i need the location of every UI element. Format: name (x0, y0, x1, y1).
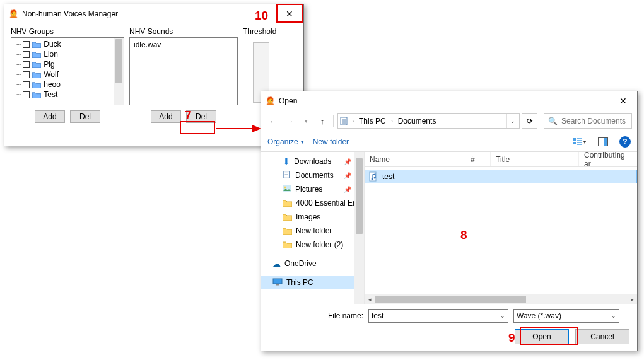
breadcrumb-documents[interactable]: Documents (395, 117, 439, 125)
col-num[interactable]: # (465, 152, 491, 166)
nhv-close-button[interactable]: ✕ (275, 4, 303, 23)
open-close-button[interactable]: ✕ (609, 91, 637, 110)
group-label: heoo (44, 80, 61, 89)
open-app-icon: 🧑‍🦰 (265, 96, 275, 106)
nhv-sound-item[interactable]: idle.wav (131, 39, 236, 50)
pin-icon: 📌 (344, 158, 351, 165)
nav-newfolder[interactable]: New folder (261, 224, 364, 238)
open-button[interactable]: Open (515, 329, 569, 344)
open-dialog-window: 🧑‍🦰 Open ✕ ← → ▾ ↑ › This PC › Documents… (261, 91, 638, 351)
thispc-icon (272, 278, 283, 287)
tree-branch-icon: ⋯ (16, 70, 20, 79)
search-input[interactable]: 🔍 Search Documents (544, 113, 632, 129)
nav-back-button[interactable]: ← (266, 114, 280, 128)
folder-icon (32, 81, 41, 88)
help-button[interactable]: ? (619, 136, 631, 148)
checkbox[interactable] (23, 41, 30, 48)
nhv-group-item[interactable]: ⋯Pig (13, 59, 114, 69)
view-mode-button[interactable]: ▾ (571, 135, 587, 149)
content-hscrollbar[interactable]: ◂ ▸ (365, 294, 637, 304)
group-label: Duck (44, 40, 61, 49)
close-icon: ✕ (286, 9, 293, 19)
documents-icon (339, 116, 349, 126)
nhv-groups-tree[interactable]: ⋯Duck⋯Lion⋯Pig⋯Wolf⋯heoo⋯Test (11, 37, 124, 105)
groups-scrollbar[interactable] (114, 38, 124, 105)
checkbox[interactable] (23, 61, 30, 68)
folder-icon (32, 91, 41, 98)
nav-onedrive[interactable]: ☁ OneDrive (261, 257, 364, 270)
groups-add-button[interactable]: Add (35, 110, 65, 123)
chevron-right-icon: › (351, 118, 355, 124)
filename-input[interactable]: test ⌄ (368, 309, 508, 323)
nhv-group-item[interactable]: ⋯Duck (13, 39, 114, 49)
chevron-down-icon: ⌄ (496, 313, 505, 319)
breadcrumb-thispc[interactable]: This PC (356, 117, 389, 125)
nav-images[interactable]: Images (261, 210, 364, 224)
nhv-group-item[interactable]: ⋯Test (13, 90, 114, 100)
breadcrumb-dropdown[interactable]: ⌄ (506, 114, 518, 128)
col-name[interactable]: Name (365, 152, 465, 166)
search-placeholder: Search Documents (561, 117, 626, 125)
col-contrib[interactable]: Contributing ar (579, 152, 637, 166)
file-filter-combo[interactable]: Wave (*.wav) ⌄ (513, 309, 619, 323)
nhv-group-item[interactable]: ⋯Lion (13, 49, 114, 59)
file-list[interactable]: test (365, 167, 637, 294)
nhv-manager-window: 🧑‍🦰 Non-human Voices Manager ✕ NHV Group… (4, 4, 304, 146)
chevron-down-icon: ▾ (305, 118, 308, 124)
nhv-group-item[interactable]: ⋯heoo (13, 79, 114, 90)
nhv-sounds-list[interactable]: idle.wav (129, 37, 238, 105)
folder-icon (32, 61, 41, 68)
chevron-right-icon: › (390, 118, 394, 124)
nav-newfolder2[interactable]: New folder (2) (261, 238, 364, 252)
chevron-down-icon: ⌄ (607, 313, 616, 319)
refresh-button[interactable]: ⟳ (522, 113, 537, 129)
nhv-sounds-label: NHV Sounds (129, 27, 238, 36)
folder-icon (283, 241, 292, 248)
nav-documents[interactable]: Documents 📌 (261, 168, 364, 182)
nhv-threshold-label: Threshold (243, 27, 297, 36)
tree-branch-icon: ⋯ (16, 50, 20, 59)
checkbox[interactable] (23, 91, 30, 98)
sounds-del-button[interactable]: Del (186, 110, 216, 123)
downloads-icon: ⬇ (283, 156, 290, 166)
nav-pictures[interactable]: Pictures 📌 (261, 182, 364, 196)
scroll-left-icon: ◂ (365, 294, 375, 304)
navpane-scrollbar[interactable] (354, 152, 364, 304)
file-row-test[interactable]: test (365, 170, 637, 183)
checkbox[interactable] (23, 71, 30, 78)
new-folder-button[interactable]: New folder (313, 137, 349, 146)
nav-up-button[interactable]: ↑ (315, 114, 329, 128)
svg-point-20 (372, 178, 373, 180)
preview-pane-button[interactable] (595, 135, 611, 149)
groups-del-button[interactable]: Del (70, 110, 100, 123)
svg-rect-5 (573, 142, 576, 144)
help-icon: ? (623, 137, 627, 146)
pin-icon: 📌 (344, 172, 351, 179)
sounds-add-button[interactable]: Add (151, 110, 181, 123)
svg-rect-11 (604, 138, 607, 146)
tree-branch-icon: ⋯ (16, 40, 20, 49)
group-label: Wolf (44, 70, 59, 79)
column-headers: Name # Title Contributing ar (365, 152, 637, 167)
col-title[interactable]: Title (491, 152, 579, 166)
checkbox[interactable] (23, 81, 30, 88)
folder-icon (283, 227, 292, 235)
svg-rect-18 (276, 284, 279, 286)
breadcrumb-bar[interactable]: › This PC › Documents ⌄ (337, 113, 520, 129)
nav-downloads[interactable]: ⬇ Downloads 📌 (261, 154, 364, 168)
nav-4000[interactable]: 4000 Essential Er (261, 196, 364, 210)
nhv-title: Non-human Voices Manager (22, 9, 118, 18)
filename-label: File name: (269, 311, 363, 320)
nhv-group-item[interactable]: ⋯Wolf (13, 69, 114, 79)
nav-recent-button[interactable]: ▾ (299, 114, 313, 128)
checkbox[interactable] (23, 51, 30, 58)
navigation-pane[interactable]: ⬇ Downloads 📌 Documents 📌 Pictures (261, 152, 365, 304)
tree-branch-icon: ⋯ (16, 60, 20, 69)
scroll-right-icon: ▸ (627, 294, 637, 304)
cancel-button[interactable]: Cancel (575, 329, 629, 344)
organize-menu[interactable]: Organize ▾ (267, 137, 304, 146)
nav-forward-button[interactable]: → (283, 114, 296, 128)
nav-thispc[interactable]: This PC (261, 276, 364, 289)
folder-icon (32, 71, 41, 78)
svg-rect-4 (573, 138, 576, 141)
